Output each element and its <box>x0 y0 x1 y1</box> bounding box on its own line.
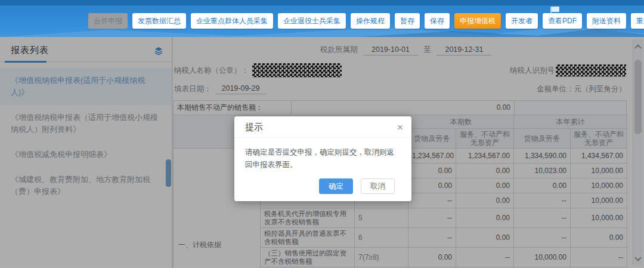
app-window: 合并申报 发票数据汇总 企业重点群体人员采集 企业退役士兵采集 操作规程 暂存 … <box>0 0 644 268</box>
key-group-collect-button[interactable]: 企业重点群体人员采集 <box>191 13 273 29</box>
declare-vat-button[interactable]: 申报增值税 <box>454 13 501 29</box>
save-button[interactable]: 保存 <box>425 13 450 29</box>
close-icon[interactable]: × <box>397 122 403 133</box>
confirm-dialog: 提示 × 请确定是否提交申报，确定则提交，取消则返回申报表界面。 确定 取消 <box>234 116 411 201</box>
veteran-collect-button[interactable]: 企业退役士兵采集 <box>278 13 346 29</box>
flag-icon <box>552 7 559 12</box>
attachments-button[interactable]: 附送资料 <box>587 13 626 29</box>
confirm-button[interactable]: 确定 <box>319 178 353 194</box>
invoice-summary-button[interactable]: 发票数据汇总 <box>132 13 186 29</box>
reset-button[interactable]: 重置 <box>631 13 644 29</box>
view-pdf-button[interactable]: 查看PDF <box>543 13 582 29</box>
temp-save-button[interactable]: 暂存 <box>395 13 420 29</box>
toolbar-buttons: 合并申报 发票数据汇总 企业重点群体人员采集 企业退役士兵采集 操作规程 暂存 … <box>88 13 644 29</box>
dialog-message: 请确定是否提交申报，确定则提交，取消则返回申报表界面。 <box>234 138 411 171</box>
content-area: 报表列表 《增值税纳税申报表(适用于小规模纳税人)》 《增值税纳税申报表（适用于… <box>0 37 644 268</box>
developer-button[interactable]: 开发者 <box>506 13 538 29</box>
procedure-button[interactable]: 操作规程 <box>351 13 390 29</box>
merge-declare-button[interactable]: 合并申报 <box>88 13 128 29</box>
dialog-title: 提示 <box>245 122 263 133</box>
dialog-header: 提示 × <box>234 116 411 138</box>
dialog-footer: 确定 取消 <box>319 178 395 194</box>
cancel-button[interactable]: 取消 <box>361 178 395 194</box>
toolbar: 合并申报 发票数据汇总 企业重点群体人员采集 企业退役士兵采集 操作规程 暂存 … <box>0 0 644 37</box>
